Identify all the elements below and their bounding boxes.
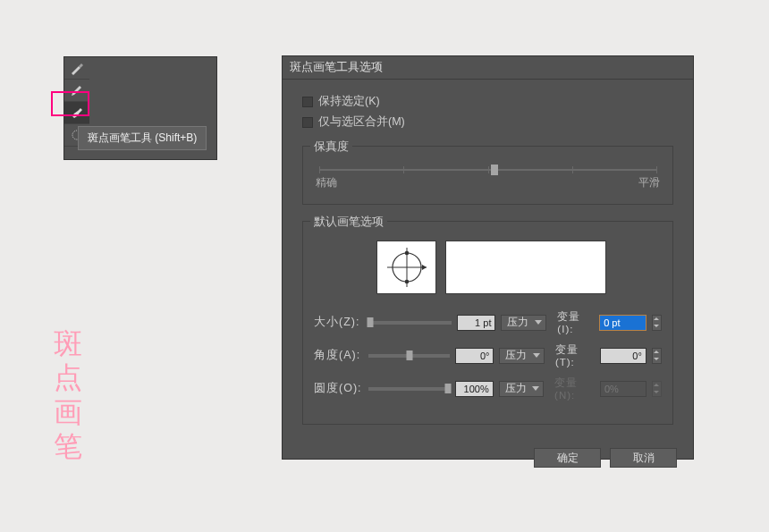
ok-button[interactable]: 确定	[534, 448, 601, 468]
merge-selection-label: 仅与选区合并(M)	[318, 114, 405, 130]
angle-value[interactable]: 0°	[455, 348, 494, 364]
fidelity-slider-thumb[interactable]	[491, 165, 498, 175]
round-slider[interactable]	[368, 387, 450, 391]
page-title: 斑 点 画 笔	[54, 326, 82, 464]
tool-tooltip: 斑点画笔工具 (Shift+B)	[78, 126, 207, 150]
size-slider[interactable]	[369, 321, 452, 325]
pencil-tool[interactable]	[64, 80, 89, 102]
fidelity-left-label: 精确	[316, 176, 337, 190]
dialog-title: 斑点画笔工具选项	[283, 56, 693, 80]
size-value[interactable]: 1 pt	[457, 315, 495, 331]
angle-preview[interactable]	[376, 241, 436, 294]
round-value[interactable]: 100%	[455, 381, 494, 397]
angle-var-value[interactable]: 0°	[600, 348, 646, 364]
size-label: 大小(Z):	[314, 315, 364, 330]
chevron-down-icon	[533, 353, 540, 358]
angle-var-label: 变量(T):	[555, 343, 595, 367]
size-var-value[interactable]: 0 pt	[599, 315, 646, 331]
fidelity-title: 保真度	[310, 139, 352, 155]
size-row: 大小(Z): 1 pt 压力 变量(I): 0 pt	[314, 310, 662, 334]
round-dropdown[interactable]: 压力	[499, 381, 544, 397]
angle-label: 角度(A):	[314, 348, 363, 363]
merge-selection-checkbox[interactable]	[302, 117, 313, 128]
svg-marker-3	[422, 265, 427, 270]
svg-point-5	[404, 251, 409, 256]
brush-options-group: 默认画笔选项 大小(Z): 1 pt	[302, 221, 673, 425]
fidelity-slider[interactable]	[319, 169, 656, 171]
fidelity-right-label: 平滑	[638, 176, 660, 190]
brush-preview	[445, 241, 606, 294]
keep-selected-label: 保持选定(K)	[318, 94, 380, 109]
angle-row: 角度(A): 0° 压力 变量(T): 0°	[314, 343, 662, 367]
paintbrush-tool[interactable]	[64, 57, 89, 80]
chevron-down-icon	[535, 320, 542, 325]
round-var-value: 0%	[600, 381, 646, 397]
angle-slider[interactable]	[368, 354, 451, 358]
cancel-button[interactable]: 取消	[610, 448, 677, 468]
fidelity-group: 保真度 精确 平滑	[302, 146, 673, 205]
svg-point-6	[404, 280, 409, 284]
keep-selected-checkbox[interactable]	[302, 97, 313, 107]
brush-options-title: 默认画笔选项	[310, 215, 387, 230]
size-var-spinner[interactable]	[652, 315, 662, 331]
blob-brush-tool[interactable]	[64, 102, 89, 124]
round-label: 圆度(O):	[314, 381, 363, 396]
round-var-label: 变量(N):	[554, 376, 595, 401]
round-var-spinner	[652, 381, 662, 397]
size-dropdown[interactable]: 压力	[501, 315, 546, 331]
angle-var-spinner[interactable]	[652, 348, 662, 364]
round-row: 圆度(O): 100% 压力 变量(N): 0%	[314, 376, 662, 401]
size-var-label: 变量(I):	[557, 310, 594, 334]
angle-dropdown[interactable]: 压力	[499, 348, 544, 364]
chevron-down-icon	[532, 386, 539, 391]
blob-brush-options-dialog: 斑点画笔工具选项 保持选定(K) 仅与选区合并(M) 保真度 精确 平滑	[282, 55, 694, 460]
